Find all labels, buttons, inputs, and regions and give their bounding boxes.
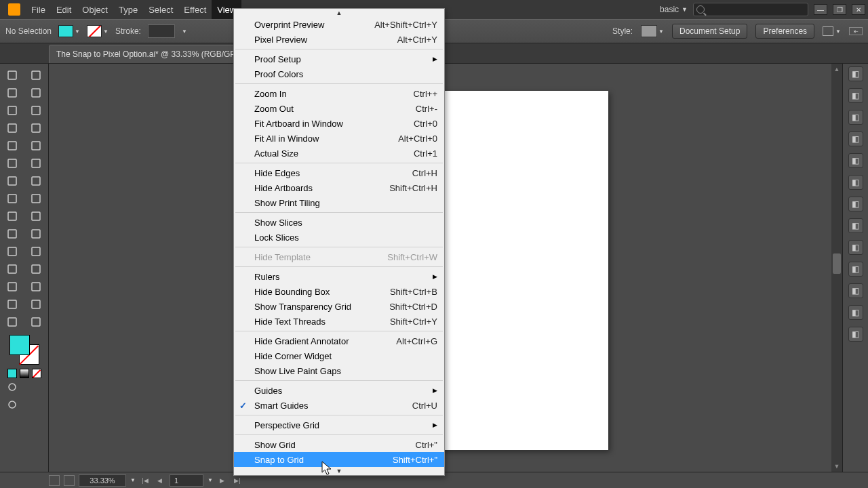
panel-symbols[interactable]: ◧ — [848, 131, 863, 146]
tool-pencil[interactable] — [24, 155, 49, 172]
scroll-up-icon[interactable]: ▲ — [831, 64, 842, 75]
close-button[interactable]: ✕ — [852, 4, 865, 15]
panel-graphic-styles[interactable]: ◧ — [848, 175, 863, 190]
tool-rectangle[interactable] — [0, 137, 24, 155]
next-artboard-button[interactable]: ▶ — [217, 475, 228, 486]
menu-scroll-up-icon[interactable]: ▲ — [234, 9, 444, 17]
menu-item-hide-text-threads[interactable]: Hide Text ThreadsShift+Ctrl+Y — [234, 314, 444, 329]
tool-pen[interactable] — [0, 102, 24, 119]
stroke-weight-input[interactable] — [148, 24, 175, 38]
chevron-down-icon[interactable]: ▼ — [208, 477, 213, 483]
chevron-down-icon[interactable]: ▼ — [130, 477, 136, 483]
workspace-selector[interactable]: basic ▼ — [660, 5, 688, 14]
tool-mesh[interactable] — [0, 243, 24, 260]
menu-select[interactable]: Select — [143, 0, 178, 19]
first-artboard-button[interactable]: |◀ — [140, 475, 151, 486]
fill-stroke-swatches[interactable] — [9, 335, 39, 365]
tool-type[interactable] — [0, 119, 24, 137]
tool-symbol-sprayer[interactable] — [0, 278, 24, 296]
tool-slice[interactable] — [24, 296, 49, 313]
tool-hand[interactable] — [0, 313, 24, 331]
panel-brushes[interactable]: ◧ — [848, 110, 863, 125]
tool-line[interactable] — [24, 119, 49, 137]
maximize-button[interactable]: ❐ — [833, 4, 846, 15]
menu-item-show-transparency-grid[interactable]: Show Transparency GridShift+Ctrl+D — [234, 299, 444, 314]
gradient-mode[interactable] — [20, 369, 29, 378]
zoom-level[interactable]: 33.33% — [79, 474, 126, 487]
screen-mode-icon[interactable] — [0, 396, 24, 413]
screen-mode-icon[interactable] — [64, 475, 75, 486]
menu-item-overprint-preview[interactable]: Overprint PreviewAlt+Shift+Ctrl+Y — [234, 17, 444, 32]
tool-direct-selection[interactable] — [24, 66, 49, 84]
panel-artboards[interactable]: ◧ — [848, 262, 863, 277]
tool-rotate[interactable] — [0, 190, 24, 207]
menu-item-hide-gradient-annotator[interactable]: Hide Gradient AnnotatorAlt+Ctrl+G — [234, 333, 444, 348]
menu-item-perspective-grid[interactable]: Perspective Grid▶ — [234, 418, 444, 432]
panel-transparency[interactable]: ◧ — [848, 197, 863, 211]
menu-item-actual-size[interactable]: Actual SizeCtrl+1 — [234, 146, 444, 161]
menu-item-fit-all-in-window[interactable]: Fit All in WindowAlt+Ctrl+0 — [234, 131, 444, 146]
tool-blend[interactable] — [24, 260, 49, 278]
artboard-number[interactable]: 1 — [170, 474, 203, 487]
scroll-down-icon[interactable]: ▼ — [831, 461, 842, 472]
graphic-style[interactable]: ▼ — [641, 25, 664, 37]
panel-color[interactable]: ◧ — [848, 66, 863, 81]
menu-type[interactable]: Type — [113, 0, 143, 19]
panel-align[interactable]: ◧ — [848, 283, 863, 298]
minimize-button[interactable]: — — [814, 4, 827, 15]
menu-item-hide-bounding-box[interactable]: Hide Bounding BoxShift+Ctrl+B — [234, 284, 444, 299]
search-input[interactable] — [693, 3, 808, 16]
menu-item-guides[interactable]: Guides▶ — [234, 383, 444, 398]
menu-item-rulers[interactable]: Rulers▶ — [234, 269, 444, 284]
menu-object[interactable]: Object — [77, 0, 113, 19]
menu-item-smart-guides[interactable]: ✓Smart GuidesCtrl+U — [234, 398, 444, 413]
menu-item-lock-slices[interactable]: Lock Slices — [234, 230, 444, 245]
stroke-color[interactable]: ▼ — [87, 25, 108, 37]
tool-blob[interactable] — [0, 172, 24, 190]
panel-appearance[interactable]: ◧ — [848, 218, 863, 233]
menu-item-proof-colors[interactable]: Proof Colors — [234, 66, 444, 81]
scrollbar-thumb[interactable] — [833, 253, 841, 274]
panel-pathfinder[interactable]: ◧ — [848, 327, 863, 342]
menu-item-show-slices[interactable]: Show Slices — [234, 215, 444, 230]
tool-paintbrush[interactable] — [0, 155, 24, 172]
tool-artboard[interactable] — [0, 296, 24, 313]
menu-item-proof-setup[interactable]: Proof Setup▶ — [234, 52, 444, 66]
tool-scale[interactable] — [24, 190, 49, 207]
gpu-icon[interactable] — [49, 475, 60, 486]
tool-eraser[interactable] — [24, 172, 49, 190]
menu-item-hide-corner-widget[interactable]: Hide Corner Widget — [234, 348, 444, 363]
tool-magic-wand[interactable] — [0, 84, 24, 102]
tool-graph[interactable] — [24, 278, 49, 296]
menu-item-zoom-in[interactable]: Zoom InCtrl++ — [234, 86, 444, 101]
menu-item-fit-artboard-in-window[interactable]: Fit Artboard in WindowCtrl+0 — [234, 116, 444, 131]
tool-gradient[interactable] — [24, 243, 49, 260]
menu-item-pixel-preview[interactable]: Pixel PreviewAlt+Ctrl+Y — [234, 32, 444, 47]
preferences-button[interactable]: Preferences — [755, 24, 814, 39]
panel-stroke[interactable]: ◧ — [848, 153, 863, 168]
menu-file[interactable]: File — [26, 0, 51, 19]
vertical-scrollbar[interactable]: ▲ ▼ — [831, 64, 842, 472]
menu-item-zoom-out[interactable]: Zoom OutCtrl+- — [234, 101, 444, 116]
tool-ellipse[interactable] — [24, 137, 49, 155]
tool-shape-builder[interactable] — [0, 225, 24, 243]
tool-lasso[interactable] — [24, 84, 49, 102]
canvas[interactable]: ▲ ▼ — [49, 64, 842, 472]
menu-scroll-down-icon[interactable]: ▼ — [234, 467, 444, 475]
menu-item-hide-artboards[interactable]: Hide ArtboardsShift+Ctrl+H — [234, 180, 444, 195]
menu-item-show-live-paint-gaps[interactable]: Show Live Paint Gaps — [234, 363, 444, 378]
draw-mode-icon[interactable] — [0, 378, 24, 396]
menu-edit[interactable]: Edit — [51, 0, 77, 19]
tool-eyedropper[interactable] — [0, 260, 24, 278]
menu-effect[interactable]: Effect — [178, 0, 212, 19]
tool-perspective[interactable] — [24, 225, 49, 243]
panel-layers[interactable]: ◧ — [848, 240, 863, 255]
document-setup-button[interactable]: Document Setup — [672, 24, 747, 39]
menu-item-show-print-tiling[interactable]: Show Print Tiling — [234, 195, 444, 210]
tool-selection[interactable] — [0, 66, 24, 84]
prev-artboard-button[interactable]: ◀ — [155, 475, 165, 486]
menu-item-snap-to-grid[interactable]: Snap to GridShift+Ctrl+" — [234, 452, 444, 467]
menu-item-hide-edges[interactable]: Hide EdgesCtrl+H — [234, 165, 444, 180]
document-tab[interactable]: The Snap to Pixel Option.ai* @ 33.33% (R… — [49, 45, 254, 63]
last-artboard-button[interactable]: ▶| — [232, 475, 243, 486]
